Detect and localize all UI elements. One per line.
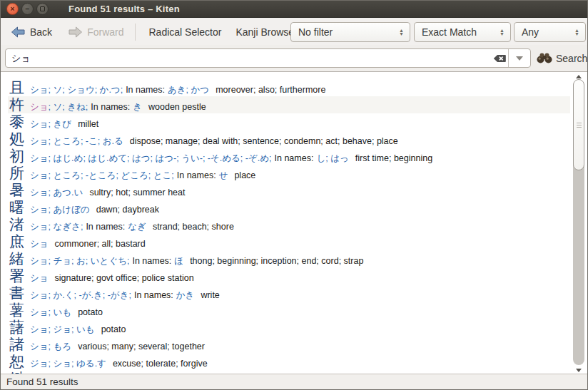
kanji-link[interactable]: 所: [9, 165, 24, 182]
reading-link[interactable]: ショ; もろ: [30, 341, 71, 353]
kanji-link[interactable]: 署: [9, 267, 24, 284]
name-reading-link[interactable]: あき; かつ: [168, 84, 209, 96]
result-row[interactable]: 藷ショ; ジョ; いもpotato: [8, 319, 570, 336]
result-row[interactable]: 暑ショ; あつ.いsultry; hot; summer heat: [8, 182, 570, 199]
reading-link[interactable]: ショ; ところ; -ところ; どころ; とこ;: [30, 170, 174, 182]
search-row: ショ Search: [1, 45, 587, 71]
scope-dropdown-value: Any: [522, 26, 539, 38]
result-row[interactable]: 庶ショcommoner; all; bastard: [8, 233, 570, 250]
reading-link[interactable]: ショ; あつ.い: [30, 187, 83, 199]
grip-icon: [577, 125, 582, 125]
reading-link[interactable]: ショ; チョ; お; いとぐち;: [30, 255, 129, 267]
forward-button[interactable]: Forward: [64, 24, 128, 41]
result-row[interactable]: 黍ショ; きびmillet: [8, 113, 570, 130]
reading-link[interactable]: ショ; か.く; -が.き; -がき;: [30, 289, 131, 302]
result-row[interactable]: 曙ショ; あけぼのdawn; daybreak: [8, 199, 570, 216]
reading-link[interactable]: ショ; はじ.め; はじ.めて; はつ; はつ-; うい-; -そ.める; -ぞ…: [30, 153, 272, 165]
reading-link[interactable]: ショ; なぎさ;: [30, 221, 83, 233]
name-reading-link[interactable]: なぎ: [128, 221, 146, 233]
meaning-text: place: [234, 170, 255, 180]
reading-link[interactable]: ショ; あけぼの: [30, 204, 90, 216]
triangle-up-icon: [576, 75, 582, 78]
close-button[interactable]: ×: [6, 3, 19, 15]
result-row[interactable]: 署ショsignature; govt office; police statio…: [8, 267, 570, 284]
reading-link[interactable]: ショ: [30, 272, 49, 284]
name-reading-link[interactable]: ほ: [174, 255, 183, 267]
match-dropdown[interactable]: Exact Match ▲▼: [414, 22, 511, 42]
grip-icon: [577, 123, 582, 123]
filter-dropdown-value: No filter: [298, 26, 333, 38]
result-row[interactable]: 諸ショ; もろvarious; many; several; together: [8, 336, 570, 353]
result-row[interactable]: 恕ジョ; ショ; ゆる.すexcuse; tolerate; forgive: [8, 353, 570, 370]
triangle-down-icon: [576, 369, 582, 372]
search-input[interactable]: ショ: [5, 48, 531, 68]
kanji-link[interactable]: 薯: [9, 302, 24, 319]
in-names-label: In names:: [134, 290, 173, 300]
result-row[interactable]: 渚ショ; なぎさ;In names:なぎstrand; beach; shore: [8, 216, 570, 233]
toolbar: Back Forward Radical Selector Kanji Brow…: [1, 19, 587, 45]
kanji-link[interactable]: 恕: [9, 353, 24, 370]
name-reading-link[interactable]: かき: [176, 289, 195, 302]
name-reading-link[interactable]: き: [133, 101, 142, 113]
reading-link[interactable]: ショ; きび: [30, 118, 71, 130]
scrollbar-track[interactable]: [573, 81, 584, 365]
kanji-link[interactable]: 処: [9, 130, 24, 148]
minimize-button[interactable]: −: [21, 3, 34, 15]
search-button-label: Search: [556, 53, 587, 64]
status-bar: Found 51 results: [1, 374, 587, 389]
kanji-link[interactable]: 且: [9, 79, 24, 96]
meaning-text: commoner; all; bastard: [55, 239, 146, 249]
result-row[interactable]: 初ショ; はじ.め; はじ.めて; はつ; はつ-; うい-; -そ.める; -…: [8, 148, 570, 165]
result-row[interactable]: 所ショ; ところ; -ところ; どころ; とこ;In names:せplace: [8, 165, 570, 182]
result-row[interactable]: 処ショ; ところ; -こ; お.るdispose; manage; deal w…: [8, 130, 570, 148]
search-input-value[interactable]: ショ: [6, 52, 491, 65]
reading-link[interactable]: ショ; ジョ; いも: [30, 324, 95, 336]
in-names-label: In names:: [177, 170, 216, 180]
back-arrow-icon: [11, 26, 26, 38]
in-names-label: In names:: [86, 222, 125, 232]
maximize-icon: [40, 6, 45, 11]
meaning-text: wooden pestle: [148, 102, 206, 112]
maximize-button[interactable]: [36, 3, 49, 15]
back-button[interactable]: Back: [6, 24, 56, 41]
kanji-link[interactable]: 黍: [9, 113, 24, 130]
result-row[interactable]: 書ショ; か.く; -が.き; -がき;In names:かきwrite: [8, 284, 570, 302]
clear-search-icon[interactable]: [491, 54, 508, 63]
reading-link[interactable]: ショ: [30, 238, 49, 250]
kanji-link[interactable]: 暑: [9, 182, 24, 199]
scope-dropdown[interactable]: Any ▲▼: [514, 22, 586, 42]
status-text: Found 51 results: [6, 376, 78, 387]
match-dropdown-value: Exact Match: [422, 26, 477, 38]
meaning-text: various; many; several; together: [78, 342, 205, 351]
kanji-link[interactable]: 藷: [9, 319, 24, 336]
meaning-text: potato: [78, 307, 103, 317]
reading-link[interactable]: ジョ; ショ; ゆる.す: [30, 358, 106, 370]
name-reading-link[interactable]: せ: [219, 170, 228, 182]
filter-dropdown[interactable]: No filter ▲▼: [290, 22, 410, 42]
kanji-link[interactable]: 庶: [9, 233, 24, 250]
results-list: 且ショ; ソ; ショウ; か.つ;In names:あき; かつmoreover…: [1, 71, 588, 375]
meaning-text: strand; beach; shore: [153, 222, 234, 232]
name-reading-link[interactable]: し; はっ: [316, 153, 348, 165]
result-row[interactable]: 薯ショ; いもpotato: [8, 302, 570, 319]
reading-link[interactable]: ; ソ; きね;: [49, 101, 88, 113]
reading-link[interactable]: ショ; ソ; ショウ; か.つ;: [30, 84, 123, 96]
search-history-dropdown-button[interactable]: [509, 56, 530, 61]
kanji-link[interactable]: 初: [9, 148, 24, 165]
scrollbar-thumb[interactable]: [573, 79, 584, 170]
kanji-link[interactable]: 書: [9, 284, 24, 302]
search-button[interactable]: Search: [534, 48, 588, 68]
kanji-link[interactable]: 緒: [9, 250, 24, 267]
scrollbar[interactable]: [572, 72, 585, 374]
kanji-link[interactable]: 曙: [9, 199, 24, 216]
kanji-link[interactable]: 杵: [9, 96, 24, 113]
radical-selector-button[interactable]: Radical Selector: [141, 24, 228, 41]
result-row[interactable]: 杵ショ; ソ; きね;In names:きwooden pestle: [8, 96, 570, 113]
kanji-link[interactable]: 渚: [9, 216, 24, 233]
reading-link[interactable]: ショ; いも: [30, 307, 71, 319]
result-row[interactable]: 緒ショ; チョ; お; いとぐち;In names:ほthong; beginn…: [8, 250, 570, 267]
visited-reading-link[interactable]: ショ: [30, 101, 49, 113]
reading-link[interactable]: ショ; ところ; -こ; お.る: [30, 135, 123, 148]
result-row[interactable]: 且ショ; ソ; ショウ; か.つ;In names:あき; かつmoreover…: [8, 79, 570, 96]
kanji-link[interactable]: 諸: [9, 336, 24, 353]
